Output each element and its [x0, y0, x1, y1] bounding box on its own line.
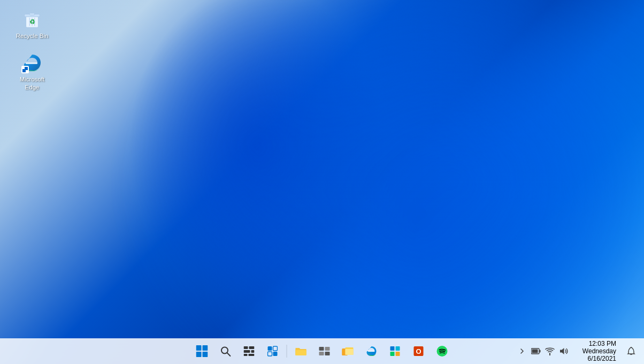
recycle-bin-image: ♻	[21, 9, 43, 30]
svg-rect-9	[196, 345, 202, 351]
svg-marker-8	[22, 67, 28, 72]
battery-tray-icon[interactable]	[530, 340, 542, 362]
clock[interactable]: 12:03 PM Wednesday 6/16/2021	[572, 340, 620, 362]
start-button[interactable]	[191, 340, 213, 362]
svg-rect-26	[296, 350, 306, 355]
svg-rect-2	[29, 13, 35, 16]
svg-rect-11	[196, 352, 202, 357]
svg-rect-16	[249, 346, 255, 349]
system-tray: 12:03 PM Wednesday 6/16/2021	[517, 340, 640, 362]
widgets-button[interactable]	[262, 340, 283, 362]
svg-rect-27	[319, 347, 324, 351]
notification-center-button[interactable]	[623, 340, 640, 362]
shortcut-arrow	[21, 66, 29, 73]
office-button[interactable]: O	[408, 340, 430, 362]
svg-rect-30	[325, 352, 330, 355]
svg-rect-18	[251, 350, 255, 353]
task-view-button[interactable]	[239, 340, 260, 362]
svg-rect-36	[396, 346, 400, 351]
svg-text:O: O	[416, 347, 421, 355]
edge-taskbar-button[interactable]	[361, 340, 382, 362]
svg-rect-22	[273, 346, 278, 351]
svg-rect-10	[203, 345, 208, 351]
desktop: ♻ Recycle Bin	[0, 0, 644, 364]
taskbar-separator	[287, 345, 287, 358]
desktop-icons: ♻ Recycle Bin	[11, 5, 53, 95]
edge-image	[21, 52, 43, 73]
svg-rect-7	[26, 63, 37, 64]
taskbar: O	[0, 338, 644, 364]
clock-time: 12:03 PM	[589, 340, 616, 347]
svg-rect-35	[390, 346, 395, 351]
svg-rect-17	[244, 350, 250, 353]
folders-button[interactable]	[338, 340, 359, 362]
file-explorer-button[interactable]	[290, 340, 312, 362]
svg-rect-24	[273, 352, 278, 356]
recycle-bin-icon[interactable]: ♻ Recycle Bin	[11, 5, 53, 43]
spotify-button[interactable]	[432, 340, 453, 362]
svg-rect-33	[346, 349, 354, 355]
network-tray-icon[interactable]	[543, 340, 556, 362]
search-button[interactable]	[215, 340, 236, 362]
svg-rect-19	[244, 354, 248, 356]
view-button[interactable]	[314, 340, 335, 362]
svg-rect-37	[390, 352, 395, 356]
svg-point-45	[631, 347, 632, 348]
svg-rect-43	[540, 350, 541, 353]
svg-rect-12	[203, 352, 208, 357]
clock-date-line2: 6/16/2021	[588, 355, 616, 362]
microsoft-edge-icon[interactable]: Microsoft Edge	[11, 49, 53, 95]
svg-rect-21	[268, 346, 272, 351]
svg-rect-20	[249, 354, 255, 356]
svg-rect-29	[319, 352, 324, 355]
svg-line-14	[227, 353, 231, 356]
wallpaper	[0, 0, 644, 364]
ms-store-button[interactable]	[385, 340, 406, 362]
svg-rect-38	[396, 352, 400, 356]
edge-label: Microsoft Edge	[13, 75, 51, 92]
taskbar-center: O	[191, 340, 453, 362]
svg-rect-23	[268, 352, 272, 356]
svg-rect-28	[325, 347, 330, 351]
show-hidden-icons-button[interactable]	[517, 340, 527, 362]
svg-rect-34	[368, 351, 375, 352]
recycle-bin-label: Recycle Bin	[16, 32, 49, 40]
tray-icons	[530, 340, 570, 362]
svg-rect-15	[244, 346, 248, 349]
svg-rect-44	[532, 350, 538, 353]
clock-date-line1: Wednesday	[582, 347, 616, 355]
volume-tray-icon[interactable]	[557, 340, 570, 362]
